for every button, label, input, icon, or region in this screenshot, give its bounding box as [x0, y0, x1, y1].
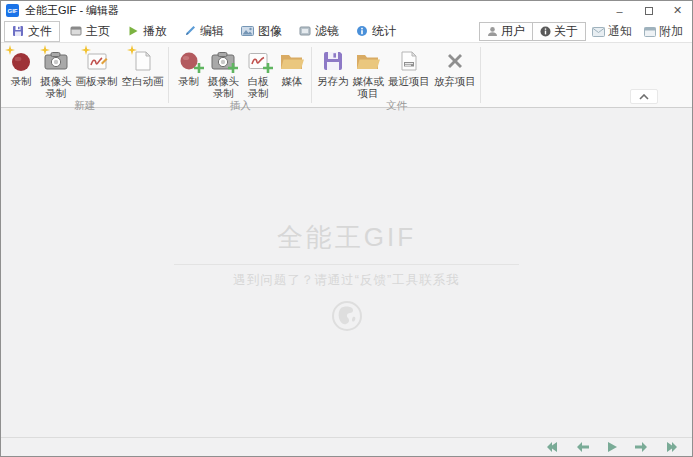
- blank-animation-button[interactable]: 空白动画: [120, 45, 166, 87]
- discard-project-button[interactable]: 放弃项目: [432, 45, 478, 87]
- arrow-left-icon: [575, 441, 591, 453]
- group-label-insert: 插入: [172, 99, 310, 112]
- board-record-new-label: 画板录制: [76, 75, 118, 87]
- tab-file-label: 文件: [28, 23, 52, 40]
- window-title: 全能王GIF - 编辑器: [25, 3, 605, 18]
- record-insert-button[interactable]: 录制: [172, 45, 206, 87]
- sparkle-icon: [127, 45, 137, 55]
- save-as-label: 另存为: [317, 75, 349, 87]
- ribbon-group-insert: 录制 摄像头 录制 白板 录制: [169, 43, 313, 107]
- sparkle-icon: [40, 45, 50, 55]
- notify-button[interactable]: 通知: [586, 22, 638, 41]
- ribbon-collapse-button[interactable]: [630, 89, 658, 104]
- info-icon: [540, 26, 551, 37]
- webcam-record-insert-button[interactable]: 摄像头 录制: [206, 45, 242, 99]
- tab-home-label: 主页: [86, 23, 110, 40]
- chevron-up-icon: [639, 94, 649, 100]
- watermark: 全能王GIF 遇到问题了？请通过“反馈”工具联系我: [174, 220, 519, 332]
- image-icon: [241, 25, 254, 37]
- ribbon-group-file: 另存为 媒体或 项目 最近项目: [312, 43, 481, 107]
- webcam-record-new-button[interactable]: 摄像头 录制: [38, 45, 74, 99]
- media-insert-button[interactable]: 媒体: [275, 45, 309, 87]
- tab-stats[interactable]: 统计: [349, 21, 403, 42]
- webcam-record-new-label: 摄像头 录制: [40, 75, 72, 99]
- play-icon: [127, 25, 139, 37]
- tab-file[interactable]: 文件: [4, 21, 60, 42]
- sparkle-icon: [81, 45, 91, 55]
- tab-play-label: 播放: [143, 23, 167, 40]
- user-icon: [487, 26, 498, 37]
- save-as-button[interactable]: 另存为: [315, 45, 351, 87]
- open-media-project-button[interactable]: 媒体或 项目: [351, 45, 387, 99]
- next-frame-button[interactable]: [633, 441, 649, 453]
- arrow-right-icon: [633, 441, 649, 453]
- mail-icon: [592, 27, 605, 37]
- tab-image[interactable]: 图像: [234, 21, 289, 42]
- plus-icon: [228, 63, 238, 73]
- tab-play[interactable]: 播放: [120, 21, 174, 42]
- watermark-title: 全能王GIF: [277, 220, 416, 255]
- pencil-icon: [184, 25, 196, 37]
- tab-edit[interactable]: 编辑: [177, 21, 231, 42]
- minimize-button[interactable]: –: [605, 1, 634, 20]
- group-label-new: 新建: [4, 99, 166, 112]
- plus-icon: [194, 63, 204, 73]
- save-icon: [12, 25, 24, 37]
- discard-x-icon: [445, 51, 465, 71]
- recent-document-icon: [399, 50, 419, 72]
- filter-icon: [299, 25, 311, 37]
- group-label-file: 文件: [315, 99, 478, 112]
- frame-nav-bar: [1, 437, 692, 456]
- stats-icon: [356, 25, 368, 37]
- extra-label: 附加: [659, 23, 683, 40]
- discard-project-label: 放弃项目: [434, 75, 476, 87]
- record-new-button[interactable]: 录制: [4, 45, 38, 87]
- tab-image-label: 图像: [258, 23, 282, 40]
- folder-icon: [279, 51, 305, 71]
- about-label: 关于: [554, 23, 578, 40]
- tab-stats-label: 统计: [372, 23, 396, 40]
- blank-animation-label: 空白动画: [122, 75, 164, 87]
- record-new-label: 录制: [11, 75, 32, 87]
- plus-icon: [263, 63, 273, 73]
- ribbon-tab-bar: 文件 主页 播放 编辑 图像 滤镜 统计 用户: [1, 20, 692, 43]
- notify-label: 通知: [608, 23, 632, 40]
- first-frame-button[interactable]: [544, 441, 560, 453]
- media-insert-label: 媒体: [282, 75, 303, 87]
- ribbon-group-new: 录制 摄像头 录制 画板录制: [1, 43, 169, 107]
- last-frame-icon: [664, 441, 680, 453]
- account-cluster: 用户 关于 通知 附加: [479, 21, 689, 42]
- recent-projects-button[interactable]: 最近项目: [386, 45, 432, 87]
- panel-icon: [644, 27, 656, 37]
- extra-button[interactable]: 附加: [638, 22, 689, 41]
- first-frame-icon: [544, 441, 560, 453]
- maximize-button[interactable]: [634, 1, 663, 20]
- about-button[interactable]: 关于: [532, 22, 586, 41]
- globe-icon: [331, 300, 363, 332]
- tab-filter-label: 滤镜: [315, 23, 339, 40]
- tab-home[interactable]: 主页: [63, 21, 117, 42]
- whiteboard-record-insert-button[interactable]: 白板 录制: [241, 45, 275, 99]
- play-button[interactable]: [606, 441, 618, 453]
- editor-canvas: 全能王GIF 遇到问题了？请通过“反馈”工具联系我: [1, 108, 692, 437]
- user-label: 用户: [501, 23, 525, 40]
- title-bar: GIF 全能王GIF - 编辑器 – ✕: [1, 1, 692, 20]
- last-frame-button[interactable]: [664, 441, 680, 453]
- watermark-hint: 遇到问题了？请通过“反馈”工具联系我: [233, 272, 459, 289]
- tab-filter[interactable]: 滤镜: [292, 21, 346, 42]
- watermark-divider: [174, 264, 519, 265]
- open-media-project-label: 媒体或 项目: [353, 75, 385, 99]
- board-record-new-button[interactable]: 画板录制: [74, 45, 120, 87]
- ribbon: 录制 摄像头 录制 画板录制: [1, 43, 692, 108]
- folder-icon: [355, 51, 381, 71]
- sparkle-icon: [5, 45, 15, 55]
- recent-projects-label: 最近项目: [388, 75, 430, 87]
- tab-edit-label: 编辑: [200, 23, 224, 40]
- prev-frame-button[interactable]: [575, 441, 591, 453]
- app-window: GIF 全能王GIF - 编辑器 – ✕ 文件 主页 播放 编辑 图像: [0, 0, 693, 457]
- user-button[interactable]: 用户: [479, 22, 533, 41]
- home-icon: [70, 25, 82, 37]
- close-button[interactable]: ✕: [663, 1, 692, 20]
- save-as-icon: [322, 50, 344, 72]
- record-insert-label: 录制: [178, 75, 199, 87]
